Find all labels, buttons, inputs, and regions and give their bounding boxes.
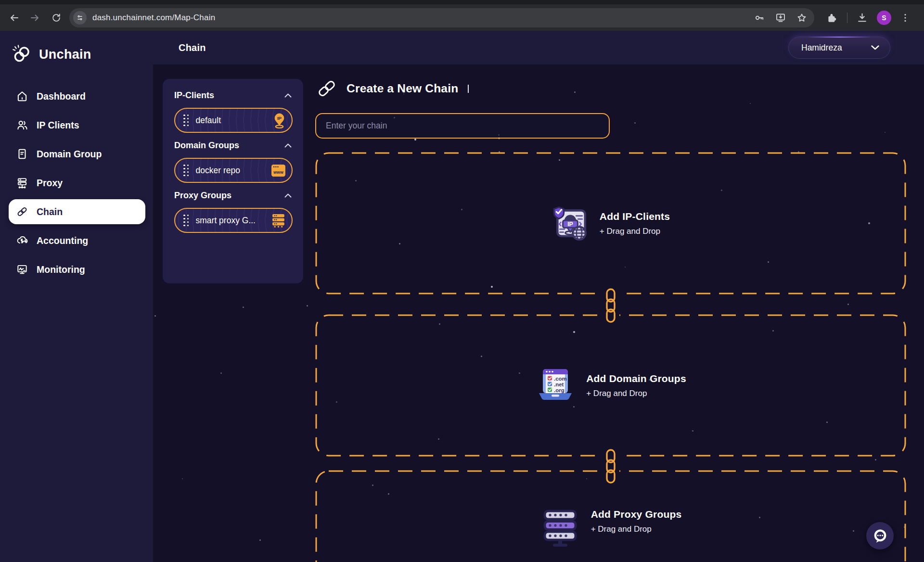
zone-title: Add Domain Groups (586, 373, 686, 384)
section-title: Proxy Groups (174, 191, 231, 201)
chevron-up-icon[interactable] (284, 143, 292, 148)
zone-subtitle: + Drag and Drop (586, 389, 686, 398)
svg-text:www: www (273, 170, 283, 175)
sidebar-item-dashboard[interactable]: Dashboard (9, 84, 145, 109)
forward-button[interactable] (27, 10, 43, 26)
svg-text:IP: IP (277, 115, 282, 120)
brand-name: Unchain (39, 47, 91, 62)
menu-kebab-icon[interactable] (900, 13, 911, 23)
bookmark-star-icon[interactable] (796, 12, 808, 24)
brand: Unchain (0, 40, 153, 68)
palette-section-proxy-groups: Proxy Groups (174, 191, 292, 201)
user-menu-button[interactable]: Hamidreza (788, 37, 890, 59)
chain-canvas: IP-Clients default IP Domain Groups (153, 64, 924, 562)
reload-icon (51, 13, 62, 23)
ip-pin-badge-icon: IP (273, 113, 286, 128)
zone-title: Add Proxy Groups (591, 509, 682, 520)
zone-subtitle: + Drag and Drop (591, 524, 682, 534)
sidebar-item-ip-clients[interactable]: IP Clients (9, 113, 145, 138)
star (634, 122, 636, 124)
back-button[interactable] (6, 10, 22, 26)
star (259, 539, 261, 541)
section-title: IP-Clients (174, 90, 214, 101)
sidebar-item-label: Dashboard (37, 91, 86, 102)
palette-section-domain-groups: Domain Groups (174, 140, 292, 151)
sidebar-item-chain[interactable]: Chain (9, 199, 145, 224)
drop-zone-domain-groups[interactable]: .com .net .org Add Domain Groups + Drag … (315, 314, 906, 457)
chain-connector (602, 448, 619, 484)
accounting-icon (16, 234, 28, 247)
toolbar-divider (847, 13, 847, 23)
palette-section-ip-clients: IP-Clients (174, 90, 292, 101)
palette-panel: IP-Clients default IP Domain Groups (163, 79, 303, 283)
svg-text:.com: .com (554, 376, 567, 382)
chat-support-button[interactable] (866, 522, 894, 549)
install-app-icon[interactable] (775, 12, 786, 24)
palette-item-label: docker repo (196, 166, 265, 176)
sidebar-item-proxy[interactable]: Proxy (9, 170, 145, 195)
zone-subtitle: + Drag and Drop (600, 227, 670, 236)
chain-link-connector-icon (603, 449, 619, 484)
home-icon (16, 90, 28, 102)
star (875, 459, 876, 460)
star (220, 372, 222, 374)
document-icon (16, 148, 28, 160)
page-title: Chain (179, 42, 206, 53)
palette-item-default[interactable]: default IP (174, 108, 293, 133)
zone-title: Add IP-Clients (600, 211, 670, 222)
star (750, 103, 751, 104)
chain-name-input[interactable] (315, 113, 610, 139)
chain-link-connector-icon (603, 288, 619, 323)
sidebar-item-monitoring[interactable]: Monitoring (9, 257, 145, 282)
domain-laptop-illustration-icon: .com .net .org (535, 367, 576, 404)
drag-handle-icon[interactable] (183, 215, 189, 227)
chat-bubble-icon (870, 525, 891, 547)
user-menu-label: Hamidreza (801, 43, 842, 53)
server-icon (16, 177, 28, 189)
drag-handle-icon[interactable] (183, 115, 189, 127)
chain-icon (16, 205, 28, 218)
url-text[interactable]: dash.unchainnet.com/Map-Chain (92, 13, 748, 23)
palette-item-docker-repo[interactable]: docker repo www (174, 158, 293, 183)
star (182, 478, 183, 479)
chevron-up-icon[interactable] (284, 193, 292, 198)
users-icon (16, 119, 28, 131)
password-key-icon[interactable] (754, 12, 765, 24)
site-info-button[interactable] (73, 11, 87, 25)
sidebar-nav: Dashboard IP Clients Domain Group Proxy … (0, 84, 153, 282)
star (574, 91, 576, 93)
sidebar-item-label: IP Clients (37, 120, 79, 131)
top-header-bar: Chain Hamidreza (153, 31, 924, 64)
downloads-icon[interactable] (856, 12, 868, 24)
svg-text:.net: .net (554, 382, 564, 387)
reload-button[interactable] (48, 10, 64, 26)
svg-text:IP: IP (567, 221, 573, 228)
sidebar-item-label: Proxy (37, 178, 63, 189)
create-chain-heading: Create a New Chain (315, 77, 469, 100)
url-bar[interactable]: dash.unchainnet.com/Map-Chain (69, 8, 814, 27)
sidebar-item-label: Domain Group (37, 149, 102, 160)
back-icon (8, 12, 20, 24)
site-settings-icon (76, 14, 84, 22)
star (154, 315, 156, 317)
sidebar-item-accounting[interactable]: Accounting (9, 228, 145, 253)
chain-links-icon (315, 77, 338, 100)
chevron-down-icon (871, 45, 879, 50)
create-chain-title: Create a New Chain (346, 82, 458, 95)
palette-item-smart-proxy[interactable]: smart proxy G... (174, 208, 293, 233)
ip-card-illustration-icon: IP (552, 204, 589, 242)
drop-zone-ip-clients[interactable]: IP Add IP-Clients (315, 152, 906, 294)
sidebar-item-domain-group[interactable]: Domain Group (9, 141, 145, 166)
star (885, 132, 886, 133)
monitoring-icon (16, 263, 28, 276)
palette-item-label: smart proxy G... (196, 216, 265, 226)
star (847, 304, 849, 305)
forward-icon (29, 12, 41, 24)
chevron-up-icon[interactable] (284, 93, 292, 98)
star (307, 305, 308, 307)
star (243, 307, 244, 308)
profile-avatar[interactable]: S (877, 11, 891, 25)
proxy-server-illustration-icon (540, 509, 580, 547)
extensions-puzzle-icon[interactable] (826, 12, 838, 24)
drag-handle-icon[interactable] (183, 165, 189, 177)
